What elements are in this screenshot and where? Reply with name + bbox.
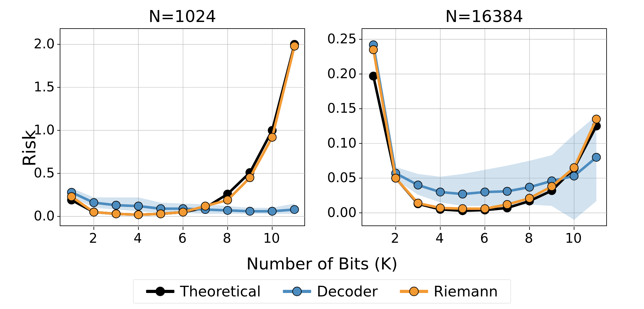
y-tick-label: 0.0 xyxy=(34,208,55,224)
svg-point-38 xyxy=(224,206,232,214)
chart-svg-left xyxy=(60,29,306,227)
svg-point-98 xyxy=(391,174,400,182)
svg-point-42 xyxy=(67,192,75,201)
svg-point-88 xyxy=(414,181,422,189)
y-tick-label: 1.5 xyxy=(34,79,55,95)
svg-point-33 xyxy=(112,201,120,209)
legend-entry-decoder: Decoder xyxy=(283,283,378,300)
chart-panel-left xyxy=(60,28,305,226)
svg-point-50 xyxy=(246,174,254,182)
svg-point-39 xyxy=(246,207,254,215)
legend-label-riemann: Riemann xyxy=(434,283,498,300)
figure: Risk Number of Bits (K) N=1024 N=16384 T… xyxy=(0,0,644,309)
x-tick-label: 4 xyxy=(134,230,142,246)
svg-point-106 xyxy=(570,164,578,172)
x-tick-label: 8 xyxy=(223,230,231,246)
svg-point-104 xyxy=(525,194,534,202)
x-tick-label: 10 xyxy=(263,230,280,246)
y-tick-label: 0.25 xyxy=(327,31,357,46)
svg-point-107 xyxy=(592,115,601,123)
legend-entry-theoretical: Theoretical xyxy=(146,283,261,300)
svg-point-96 xyxy=(592,153,601,161)
svg-point-89 xyxy=(436,188,444,196)
svg-point-44 xyxy=(112,210,120,218)
x-tick-label: 2 xyxy=(89,230,97,246)
svg-point-43 xyxy=(90,208,98,216)
legend: Theoretical Decoder Riemann xyxy=(133,279,511,303)
svg-point-41 xyxy=(291,205,299,214)
svg-point-47 xyxy=(179,208,187,216)
svg-point-34 xyxy=(134,202,142,210)
y-tick-label: 0.5 xyxy=(34,165,55,181)
y-tick-label: 1.0 xyxy=(34,122,55,138)
panel-title-left: N=1024 xyxy=(60,7,305,26)
svg-point-93 xyxy=(525,183,534,191)
y-tick-label: 0.15 xyxy=(327,100,357,116)
legend-label-theoretical: Theoretical xyxy=(180,283,261,300)
legend-entry-riemann: Riemann xyxy=(400,283,498,300)
x-tick-label: 6 xyxy=(480,230,489,246)
legend-label-decoder: Decoder xyxy=(317,283,378,300)
svg-point-97 xyxy=(369,46,377,54)
x-tick-label: 4 xyxy=(436,230,444,246)
x-tick-label: 2 xyxy=(391,230,399,246)
y-tick-label: 2.0 xyxy=(34,36,55,52)
svg-point-46 xyxy=(157,210,165,218)
chart-svg-right xyxy=(362,29,608,227)
svg-point-95 xyxy=(570,172,578,180)
panel-title-right: N=16384 xyxy=(362,7,607,26)
x-tick-label: 8 xyxy=(525,230,533,246)
svg-point-40 xyxy=(268,207,276,215)
y-tick-label: 0.10 xyxy=(327,135,357,151)
svg-point-48 xyxy=(201,202,209,210)
x-axis-label: Number of Bits (K) xyxy=(247,254,398,273)
svg-point-102 xyxy=(481,205,489,213)
svg-point-49 xyxy=(224,196,232,204)
svg-point-52 xyxy=(291,42,299,50)
legend-swatch-decoder xyxy=(283,290,311,293)
x-tick-label: 6 xyxy=(178,230,187,246)
y-tick-label: 0.00 xyxy=(327,205,357,220)
svg-point-101 xyxy=(458,205,467,213)
y-tick-label: 0.05 xyxy=(327,170,357,185)
legend-swatch-riemann xyxy=(400,290,428,293)
svg-point-45 xyxy=(134,211,142,219)
x-tick-label: 10 xyxy=(565,230,582,246)
svg-point-99 xyxy=(414,199,422,207)
svg-point-32 xyxy=(90,198,98,207)
svg-point-92 xyxy=(503,187,511,195)
svg-point-103 xyxy=(503,200,511,209)
svg-point-51 xyxy=(268,133,276,141)
svg-point-90 xyxy=(458,190,467,198)
y-tick-label: 0.20 xyxy=(327,66,357,81)
svg-point-91 xyxy=(481,188,489,196)
chart-panel-right xyxy=(362,28,607,226)
legend-swatch-theoretical xyxy=(146,290,175,293)
svg-point-100 xyxy=(436,204,444,212)
svg-point-105 xyxy=(548,182,556,191)
